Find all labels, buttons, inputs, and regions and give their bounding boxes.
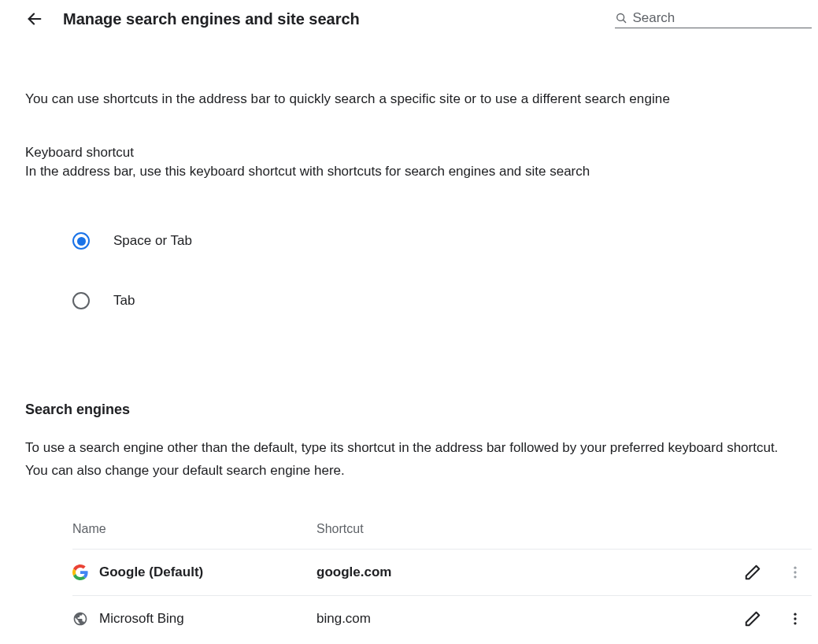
- keyboard-shortcut-label: Keyboard shortcut: [25, 145, 812, 161]
- svg-line-2: [623, 20, 625, 22]
- keyboard-shortcut-options: Space or Tab Tab: [25, 211, 812, 331]
- pencil-icon: [744, 564, 761, 581]
- svg-point-3: [794, 566, 796, 568]
- radio-button-icon: [72, 292, 90, 309]
- engine-name: Microsoft Bing: [99, 611, 184, 627]
- page-title: Manage search engines and site search: [63, 10, 360, 28]
- radio-button-icon: [72, 232, 90, 250]
- svg-point-7: [794, 617, 796, 620]
- back-button[interactable]: [25, 9, 44, 28]
- svg-point-8: [794, 622, 796, 624]
- radio-label: Tab: [113, 293, 135, 309]
- svg-point-4: [794, 571, 796, 573]
- search-input[interactable]: [632, 10, 812, 26]
- table-row: Microsoft Bing bing.com: [72, 596, 812, 642]
- more-vertical-icon: [787, 564, 803, 580]
- globe-icon: [72, 611, 88, 627]
- column-name: Name: [72, 522, 316, 536]
- engine-name: Google (Default): [99, 564, 203, 580]
- more-button[interactable]: [787, 564, 804, 581]
- search-engines-title: Search engines: [25, 402, 812, 418]
- search-field[interactable]: [615, 10, 812, 28]
- edit-button[interactable]: [744, 610, 761, 627]
- search-engines-table: Name Shortcut Google (Default) google.co…: [72, 511, 812, 642]
- column-shortcut: Shortcut: [316, 522, 812, 536]
- more-vertical-icon: [787, 611, 803, 627]
- intro-text: You can use shortcuts in the address bar…: [25, 91, 812, 107]
- table-row: Google (Default) google.com: [72, 550, 812, 596]
- radio-option-tab[interactable]: Tab: [72, 271, 812, 331]
- search-icon: [615, 11, 627, 25]
- search-engines-description: To use a search engine other than the de…: [25, 437, 797, 483]
- edit-button[interactable]: [744, 564, 761, 581]
- keyboard-shortcut-description: In the address bar, use this keyboard sh…: [25, 164, 812, 180]
- radio-option-space-or-tab[interactable]: Space or Tab: [72, 211, 812, 271]
- more-button[interactable]: [787, 610, 804, 627]
- engine-shortcut: google.com: [316, 564, 744, 580]
- pencil-icon: [744, 610, 761, 627]
- svg-point-5: [794, 576, 796, 578]
- arrow-left-icon: [26, 10, 43, 28]
- svg-point-6: [794, 613, 796, 615]
- table-header: Name Shortcut: [72, 511, 812, 550]
- engine-shortcut: bing.com: [316, 611, 744, 627]
- google-icon: [72, 564, 88, 580]
- radio-label: Space or Tab: [113, 233, 192, 249]
